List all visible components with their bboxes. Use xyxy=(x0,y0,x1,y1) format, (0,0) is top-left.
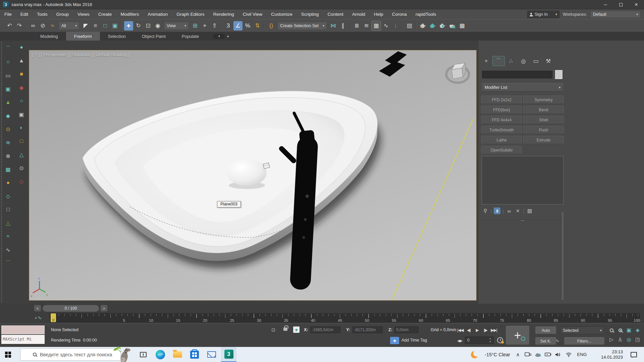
left-toolbar-icon[interactable]: ▩ xyxy=(3,163,13,176)
modifier-shell[interactable]: Shell xyxy=(523,116,564,124)
modifier-stack[interactable] xyxy=(482,156,564,204)
percent-snap-icon[interactable]: % xyxy=(243,21,252,31)
menu-corona[interactable]: Corona xyxy=(387,9,411,19)
curve-editor-icon[interactable]: ▦ xyxy=(372,21,381,31)
left-toolbar-icon[interactable]: ○ xyxy=(17,94,26,108)
modifier-push[interactable]: Push xyxy=(523,126,564,134)
select-and-place-icon[interactable]: ◉ xyxy=(153,21,162,31)
left-toolbar-icon[interactable]: ▣ xyxy=(17,108,26,121)
set-keys-button[interactable]: + xyxy=(506,326,529,345)
menu-group[interactable]: Group xyxy=(52,9,73,19)
3ds-max-taskbar-button[interactable]: 3 xyxy=(221,347,236,362)
next-frame-button[interactable]: |▶ xyxy=(481,326,490,334)
sign-in-button[interactable]: Sign In ▾ xyxy=(527,11,559,18)
edge-taskbar-button[interactable] xyxy=(153,347,168,362)
tab-modeling[interactable]: Modeling xyxy=(32,32,66,41)
tab-create[interactable]: + xyxy=(480,56,492,66)
use-pivot-center-icon[interactable]: ⊞ xyxy=(191,21,200,31)
scene-explorer-icon[interactable]: ≣ xyxy=(352,21,361,31)
left-toolbar-icon[interactable]: ◇ xyxy=(3,189,13,203)
zoom-all-icon[interactable] xyxy=(616,325,625,335)
reference-coordinate-dropdown[interactable]: View▾ xyxy=(164,22,189,30)
left-toolbar-icon[interactable]: ⌒ xyxy=(3,42,13,55)
left-toolbar-icon[interactable]: ▲ xyxy=(17,54,26,67)
left-toolbar-icon[interactable]: ● xyxy=(3,176,13,189)
layer-explorer-icon[interactable]: ≋ xyxy=(362,21,371,31)
menu-views[interactable]: Views xyxy=(73,9,94,19)
left-toolbar-icon[interactable]: ◇ xyxy=(17,175,26,188)
add-time-tag[interactable]: Add Time Tag xyxy=(401,338,427,343)
play-button[interactable]: ▶ xyxy=(473,326,481,334)
previous-frame-button[interactable]: < xyxy=(34,305,41,311)
z-coordinate-field[interactable]: 0,0mm xyxy=(394,326,419,333)
left-toolbar-icon[interactable]: ⊙ xyxy=(17,161,26,175)
left-toolbar-icon[interactable]: ▲ xyxy=(3,96,13,109)
menu-modifiers[interactable]: Modifiers xyxy=(116,9,143,19)
rollout-grip[interactable]: ••• xyxy=(482,220,563,222)
modifier-bend[interactable]: Bend xyxy=(523,106,564,114)
weather-status[interactable]: -15°C Clear xyxy=(482,347,513,362)
set-key-button[interactable]: Set K. xyxy=(535,337,556,345)
viewport-label[interactable]: [ + ] [ Perspective ] [ Standard ] [ Def… xyxy=(32,52,129,57)
x-coordinate-field[interactable]: -1565,542m xyxy=(310,326,340,333)
store-taskbar-button[interactable] xyxy=(187,347,202,362)
render-production-icon[interactable] xyxy=(419,21,428,31)
modifier-turbosmooth[interactable]: TurboSmooth xyxy=(481,126,522,134)
maxscript-mini-listener-pink[interactable] xyxy=(1,325,45,334)
asset-library-icon[interactable]: ▩ xyxy=(458,21,467,31)
wifi-icon[interactable] xyxy=(564,347,574,362)
time-configuration-icon[interactable] xyxy=(497,337,503,343)
clock[interactable]: 23:1314.01.2023 xyxy=(591,347,623,362)
select-and-move-icon[interactable]: + xyxy=(124,21,133,31)
left-toolbar-icon[interactable]: ≈ xyxy=(3,230,13,243)
frame-spinner[interactable]: ▲▼ xyxy=(489,337,491,344)
menu-content[interactable]: Content xyxy=(323,9,347,19)
menu-arnold[interactable]: Arnold xyxy=(348,9,370,19)
volume-icon[interactable] xyxy=(553,347,563,362)
menu-tools[interactable]: Tools xyxy=(33,9,52,19)
make-unique-icon[interactable]: ∞ xyxy=(506,207,513,214)
tab-populate[interactable]: Populate xyxy=(174,32,207,41)
tab-hierarchy[interactable]: ∴ xyxy=(505,56,517,66)
menu-scripting[interactable]: Scripting xyxy=(297,9,323,19)
menu-help[interactable]: Help xyxy=(370,9,388,19)
search-highlight-image[interactable] xyxy=(111,346,133,362)
close-button[interactable]: × xyxy=(629,0,644,9)
left-toolbar-icon[interactable]: ⌒ xyxy=(3,256,13,270)
left-toolbar-icon[interactable]: ▣ xyxy=(3,82,13,96)
mail-taskbar-button[interactable] xyxy=(204,347,219,362)
rectangular-selection-region-icon[interactable]: □ xyxy=(101,21,110,31)
tab-display[interactable]: ▭ xyxy=(530,56,542,66)
snaps-toggle-icon[interactable]: 3 xyxy=(224,21,233,31)
left-toolbar-icon[interactable]: ■ xyxy=(17,67,26,81)
tray-expand-icon[interactable]: ∧ xyxy=(514,347,522,362)
menu-edit[interactable]: Edit xyxy=(16,9,33,19)
tab-modify[interactable]: ⌒ xyxy=(492,56,505,66)
undo-icon[interactable]: ↶ xyxy=(5,21,14,31)
configure-modifier-sets-icon[interactable]: ▧ xyxy=(526,207,533,214)
walk-through-icon[interactable]: ♙ xyxy=(616,335,625,344)
left-toolbar-icon[interactable]: ▭ xyxy=(3,69,13,82)
language-indicator[interactable]: ENG xyxy=(574,347,590,362)
remove-modifier-icon[interactable]: × xyxy=(515,207,521,214)
menu-rendering[interactable]: Rendering xyxy=(209,9,238,19)
render-in-cloud-icon[interactable] xyxy=(448,21,457,31)
time-slider[interactable]: 0 / 100 xyxy=(43,305,99,312)
create-selection-set-dropdown[interactable]: Create Selection Set▾ xyxy=(277,22,327,30)
left-toolbar-icon[interactable]: □ xyxy=(3,203,13,216)
spinner-snap-icon[interactable]: ⇅ xyxy=(253,21,262,31)
window-crossing-icon[interactable]: ▣ xyxy=(110,21,119,31)
absolute-mode-icon[interactable]: ◆ xyxy=(293,326,300,333)
previous-frame-button[interactable]: ◀| xyxy=(465,326,473,334)
cast-icon[interactable] xyxy=(523,347,533,362)
tab-utilities[interactable]: ⚒ xyxy=(542,56,554,66)
tab-object-paint[interactable]: Object Paint xyxy=(134,32,174,41)
left-toolbar-icon[interactable]: □ xyxy=(17,134,26,148)
modifier-symmetry[interactable]: Symmetry xyxy=(523,96,564,104)
go-to-start-button[interactable]: |◀◀ xyxy=(456,326,465,334)
workspace-dropdown[interactable]: Default ▾ xyxy=(590,11,641,18)
render-setup-icon[interactable]: ▤ xyxy=(405,21,414,31)
onedrive-icon[interactable] xyxy=(533,347,543,362)
menu-civil-view[interactable]: Civil View xyxy=(238,9,267,19)
left-toolbar-icon[interactable]: ◆ xyxy=(3,109,13,122)
